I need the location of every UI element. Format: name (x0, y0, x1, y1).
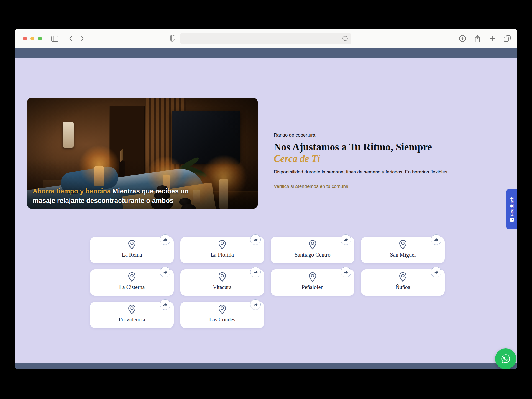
hero-image: Ahorra tiempo y bencina Mientras que rec… (27, 98, 258, 209)
location-card[interactable]: La Florida (180, 237, 264, 263)
feedback-chat-icon (510, 218, 514, 222)
zoom-window-button[interactable] (38, 37, 42, 40)
map-pin-icon (309, 272, 316, 283)
coverage-description: Disponibilidad durante la semana, fines … (274, 169, 468, 175)
feedback-button[interactable]: Feedback (506, 189, 517, 229)
location-label: Ñuñoa (395, 284, 410, 290)
hero-caption-highlight: Ahorra tiempo y bencina (33, 187, 111, 195)
location-label: Peñalolen (302, 284, 324, 290)
traffic-lights (23, 37, 42, 40)
refresh-icon[interactable] (342, 35, 349, 43)
sidebar-toggle-icon[interactable] (50, 29, 60, 48)
location-card[interactable]: La Reina (90, 237, 174, 263)
share-location-button[interactable] (341, 267, 351, 277)
coverage-title: Nos Ajustamos a Tu Ritmo, Siempre (274, 141, 468, 153)
location-label: La Cisterna (119, 284, 145, 290)
hero-caption: Ahorra tiempo y bencina Mientras que rec… (33, 186, 199, 205)
map-pin-icon (399, 272, 407, 283)
whatsapp-button[interactable] (495, 348, 516, 369)
location-card[interactable]: Ñuñoa (361, 269, 445, 296)
share-location-button[interactable] (431, 234, 441, 245)
location-label: Las Condes (209, 316, 235, 323)
downloads-icon[interactable] (457, 29, 467, 48)
location-label: San Miguel (390, 252, 416, 258)
location-label: La Florida (211, 252, 234, 258)
map-pin-icon (218, 272, 226, 283)
location-card[interactable]: Santiago Centro (271, 237, 354, 263)
location-card[interactable]: San Miguel (361, 237, 445, 263)
location-card[interactable]: Vitacura (180, 269, 264, 296)
whatsapp-icon (500, 353, 512, 365)
site-header-bar (15, 48, 517, 58)
share-location-button[interactable] (250, 267, 261, 277)
share-location-button[interactable] (250, 299, 261, 310)
tab-overview-icon[interactable] (502, 29, 512, 48)
location-card[interactable]: Providencia (90, 302, 174, 328)
coverage-link[interactable]: Verifica si atendemos en tu comuna (274, 184, 348, 189)
map-pin-icon (218, 240, 226, 251)
locations-grid: La Reina La Florida Santiago Centro San … (90, 237, 445, 328)
share-location-button[interactable] (160, 299, 170, 310)
share-location-button[interactable] (160, 267, 170, 277)
privacy-shield-icon[interactable] (168, 29, 177, 48)
location-label: Santiago Centro (295, 252, 330, 258)
feedback-label: Feedback (510, 197, 514, 216)
map-pin-icon (128, 272, 136, 283)
new-tab-icon[interactable] (487, 29, 497, 48)
location-card[interactable]: La Cisterna (90, 269, 174, 296)
page-content: Ahorra tiempo y bencina Mientras que rec… (15, 58, 517, 363)
map-pin-icon (399, 240, 407, 251)
share-icon[interactable] (472, 29, 482, 48)
browser-window: Ahorra tiempo y bencina Mientras que rec… (15, 29, 517, 369)
coverage-section: Rango de cobertura Nos Ajustamos a Tu Ri… (274, 132, 468, 189)
site-footer-bar (15, 363, 517, 369)
map-pin-icon (218, 305, 226, 316)
map-pin-icon (128, 240, 136, 251)
share-location-button[interactable] (431, 267, 441, 277)
location-card[interactable]: Las Condes (180, 302, 264, 328)
close-window-button[interactable] (23, 37, 27, 40)
share-location-button[interactable] (160, 234, 170, 245)
browser-toolbar (15, 29, 517, 48)
location-label: Vitacura (213, 284, 232, 290)
share-location-button[interactable] (250, 234, 261, 245)
location-card[interactable]: Peñalolen (271, 269, 354, 296)
minimize-window-button[interactable] (30, 37, 34, 40)
map-pin-icon (128, 305, 136, 316)
map-pin-icon (309, 240, 316, 251)
address-bar[interactable] (180, 33, 351, 44)
coverage-eyebrow: Rango de cobertura (274, 132, 468, 138)
location-label: La Reina (122, 252, 142, 258)
back-button-icon[interactable] (67, 29, 75, 48)
forward-button-icon[interactable] (78, 29, 86, 48)
location-label: Providencia (119, 316, 145, 323)
share-location-button[interactable] (341, 234, 351, 245)
coverage-subtitle: Cerca de Tí (274, 153, 468, 164)
